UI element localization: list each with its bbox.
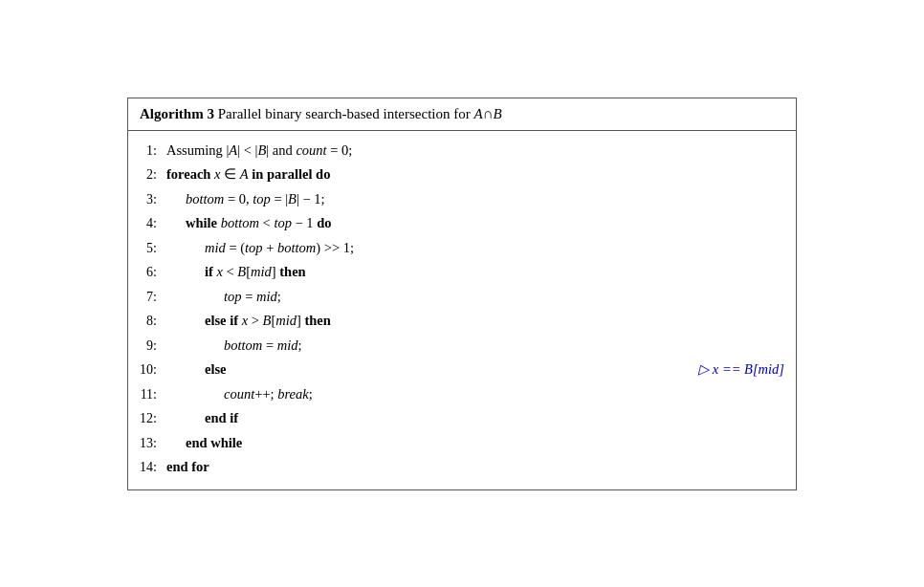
line-number: 7: bbox=[140, 286, 166, 310]
line-content: count++; break; bbox=[166, 382, 784, 406]
algorithm-line: 10:else▷ x == B[mid] bbox=[140, 358, 784, 382]
line-content: end if bbox=[166, 406, 784, 430]
line-comment: ▷ x == B[mid] bbox=[698, 358, 784, 381]
line-number: 13: bbox=[140, 432, 166, 456]
line-content: else if x > B[mid] then bbox=[166, 309, 784, 333]
algorithm-line: 2:foreach x ∈ A in parallel do bbox=[140, 163, 784, 187]
line-content: bottom = 0, top = |B| − 1; bbox=[166, 187, 784, 211]
line-number: 14: bbox=[140, 456, 166, 480]
algorithm-line: 11:count++; break; bbox=[140, 382, 784, 407]
line-number: 8: bbox=[140, 310, 166, 334]
algorithm-line: 5:mid = (top + bottom) >> 1; bbox=[140, 236, 784, 261]
algorithm-line: 14:end for bbox=[140, 455, 784, 480]
line-number: 6: bbox=[140, 261, 166, 285]
line-number: 11: bbox=[140, 383, 166, 407]
line-number: 10: bbox=[140, 359, 166, 382]
line-content: foreach x ∈ A in parallel do bbox=[166, 163, 784, 186]
line-number: 9: bbox=[140, 335, 166, 359]
algorithm-body: 1:Assuming |A| < |B| and count = 0;2:for… bbox=[128, 131, 796, 489]
line-content: if x < B[mid] then bbox=[166, 260, 784, 284]
algorithm-title: Parallel binary search-based intersectio… bbox=[218, 106, 502, 121]
line-number: 4: bbox=[140, 212, 166, 236]
line-number: 12: bbox=[140, 407, 166, 431]
algorithm-line: 12:end if bbox=[140, 406, 784, 431]
line-content: end while bbox=[166, 431, 784, 455]
algorithm-label: Algorithm 3 bbox=[140, 106, 214, 121]
line-number: 1: bbox=[140, 140, 166, 163]
line-number: 3: bbox=[140, 188, 166, 212]
algorithm-line: 7:top = mid; bbox=[140, 285, 784, 310]
algorithm-line: 13:end while bbox=[140, 431, 784, 456]
line-content: end for bbox=[166, 455, 784, 479]
line-content: mid = (top + bottom) >> 1; bbox=[166, 236, 784, 260]
algorithm-line: 6:if x < B[mid] then bbox=[140, 260, 784, 285]
algorithm-line: 8:else if x > B[mid] then bbox=[140, 309, 784, 334]
line-content: while bottom < top − 1 do bbox=[166, 211, 784, 235]
algorithm-header: Algorithm 3 Parallel binary search-based… bbox=[128, 98, 796, 131]
algorithm-line: 9:bottom = mid; bbox=[140, 334, 784, 359]
line-number: 5: bbox=[140, 237, 166, 261]
line-content: Assuming |A| < |B| and count = 0; bbox=[166, 139, 784, 163]
algorithm-line: 3:bottom = 0, top = |B| − 1; bbox=[140, 187, 784, 212]
algorithm-line: 1:Assuming |A| < |B| and count = 0; bbox=[140, 139, 784, 163]
algorithm-box: Algorithm 3 Parallel binary search-based… bbox=[127, 98, 797, 490]
line-number: 2: bbox=[140, 163, 166, 187]
line-content: bottom = mid; bbox=[166, 334, 784, 358]
algorithm-line: 4:while bottom < top − 1 do bbox=[140, 211, 784, 236]
line-content: top = mid; bbox=[166, 285, 784, 309]
line-content: else bbox=[166, 358, 784, 381]
